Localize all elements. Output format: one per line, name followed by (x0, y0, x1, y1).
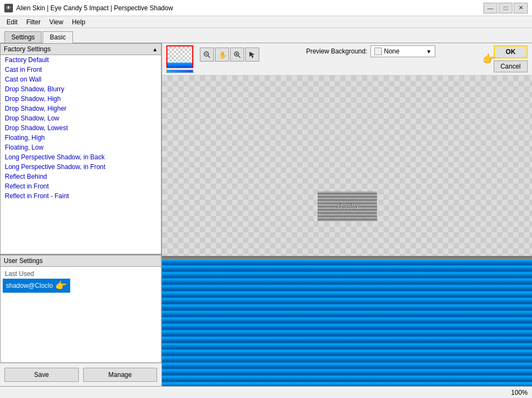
factory-list-item[interactable]: Reflect in Front - Faint (1, 191, 161, 201)
factory-list-item[interactable]: Reflect in Front (1, 181, 161, 191)
hand-pointer-icon: 👉 (55, 280, 67, 292)
preview-checker-bg (162, 76, 532, 262)
factory-list-item[interactable]: Factory Default (1, 55, 161, 65)
title-bar: 👁 Alien Skin | Eye Candy 5 Impact | Pers… (0, 0, 532, 16)
menu-filter[interactable]: Filter (22, 17, 45, 27)
main-layout: Factory Settings ▲ Factory DefaultCast i… (0, 43, 532, 386)
tool-zoom-in[interactable] (230, 48, 244, 62)
factory-settings-section: Factory Settings ▲ Factory DefaultCast i… (0, 43, 161, 255)
tool-icons: ✋ (198, 48, 261, 62)
preview-water-inner (162, 260, 532, 386)
user-selected-item[interactable]: shadow@Cloclo 👉 (3, 279, 70, 293)
factory-list-item[interactable]: Cast in Front (1, 65, 161, 75)
svg-marker-8 (250, 52, 254, 58)
factory-list-item[interactable]: Drop Shadow, Blurry (1, 84, 161, 94)
factory-list-item[interactable]: Long Perspective Shadow, in Back (1, 152, 161, 162)
app-icon: 👁 (4, 4, 13, 12)
tool-cursor[interactable] (245, 48, 259, 62)
menu-bar: Edit Filter View Help (0, 16, 532, 28)
preview-canvas: claudia (162, 76, 532, 386)
tab-basic[interactable]: Basic (43, 31, 72, 43)
factory-list-item[interactable]: Floating, High (1, 133, 161, 143)
factory-settings-list[interactable]: Factory DefaultCast in FrontCast on Wall… (0, 55, 161, 254)
factory-settings-header: Factory Settings ▲ (0, 43, 161, 55)
svg-text:✋: ✋ (219, 51, 226, 58)
right-panel: ✋ Preview Background: None ▼ (162, 43, 532, 386)
cancel-button[interactable]: Cancel (494, 60, 528, 72)
user-settings-section: User Settings Last Used shadow@Cloclo 👉 (0, 255, 161, 363)
menu-help[interactable]: Help (68, 17, 90, 27)
preview-image-text: claudia (336, 202, 358, 211)
factory-list-item[interactable]: Long Perspective Shadow, in Front (1, 162, 161, 172)
save-button[interactable]: Save (4, 368, 79, 382)
manage-button[interactable]: Manage (83, 368, 158, 382)
tab-bar: Settings Basic (0, 28, 532, 43)
preview-bg-select[interactable]: None ▼ (371, 45, 435, 57)
preview-bg-color-swatch (374, 48, 382, 55)
factory-list-item[interactable]: Drop Shadow, Higher (1, 104, 161, 113)
scroll-up-arrow: ▲ (152, 46, 158, 52)
thumbnail-strip (166, 45, 193, 68)
thumbnail-active[interactable] (166, 45, 193, 68)
preview-water-horizon (162, 256, 532, 258)
thumbnail-area (166, 45, 193, 73)
thumbnail-color-bar (166, 70, 193, 73)
minimize-button[interactable]: — (483, 3, 497, 14)
tool-zoom-out[interactable] (200, 48, 214, 62)
zoom-level: 100% (511, 389, 528, 396)
ok-button[interactable]: OK (494, 45, 528, 58)
preview-stripes: claudia (318, 191, 377, 221)
preview-bg-label: Preview Background: (306, 48, 367, 55)
factory-list-item[interactable]: Reflect Behind (1, 172, 161, 181)
svg-line-5 (238, 56, 240, 58)
factory-list-item[interactable]: Floating, Low (1, 143, 161, 152)
factory-list-item[interactable]: Drop Shadow, Low (1, 113, 161, 123)
preview-water-bg (162, 256, 532, 387)
user-settings-header: User Settings (0, 255, 161, 267)
dropdown-arrow-icon: ▼ (426, 49, 432, 55)
title-bar-controls: — □ ✕ (483, 3, 528, 14)
maximize-button[interactable]: □ (499, 3, 513, 14)
last-used-label: Last Used (3, 269, 159, 279)
ok-cancel-area: 👉 OK Cancel (480, 45, 528, 72)
factory-list-item[interactable]: Cast on Wall (1, 75, 161, 84)
thumbnail-blue-bar (167, 63, 192, 67)
user-settings-list[interactable]: Last Used shadow@Cloclo 👉 (0, 267, 161, 363)
status-bar: 100% (0, 386, 532, 398)
left-panel: Factory Settings ▲ Factory DefaultCast i… (0, 43, 162, 386)
panel-buttons: Save Manage (0, 363, 161, 386)
close-button[interactable]: ✕ (514, 3, 528, 14)
preview-background-control: Preview Background: None ▼ (306, 45, 435, 57)
svg-line-1 (208, 56, 210, 58)
tool-hand[interactable]: ✋ (215, 48, 229, 62)
factory-list-item[interactable]: Drop Shadow, Lowest (1, 123, 161, 133)
menu-view[interactable]: View (45, 17, 68, 27)
top-controls: ✋ Preview Background: None ▼ (162, 43, 532, 76)
menu-edit[interactable]: Edit (2, 17, 22, 27)
factory-list-item[interactable]: Drop Shadow, High (1, 94, 161, 104)
hand-ok-icon: 👉 (482, 52, 496, 65)
preview-image-overlay: claudia (318, 191, 377, 221)
tab-settings[interactable]: Settings (4, 31, 42, 43)
title-bar-text: Alien Skin | Eye Candy 5 Impact | Perspe… (16, 4, 483, 12)
